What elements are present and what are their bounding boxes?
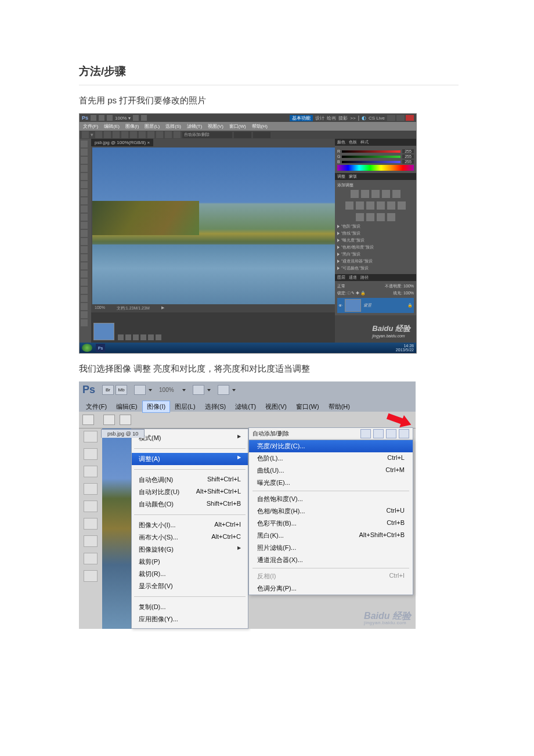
adjust-icon[interactable]	[387, 213, 395, 221]
adjust-icon[interactable]	[356, 213, 364, 221]
brush-tool-icon[interactable]	[84, 553, 98, 564]
tool-icon[interactable]	[360, 429, 371, 438]
menu-item-levels[interactable]: 色阶(L)...Ctrl+L	[249, 452, 413, 465]
menu-layer[interactable]: 图层(L)	[145, 123, 160, 129]
layer-thumb[interactable]	[345, 299, 361, 312]
screen-icon[interactable]	[218, 385, 229, 395]
mini-icon[interactable]	[125, 334, 131, 340]
menu-window[interactable]: 窗口(W)	[229, 123, 246, 129]
crop-tool-icon[interactable]	[81, 173, 88, 180]
mini-icon[interactable]	[118, 334, 124, 340]
menu-layer[interactable]: 图层(L)	[170, 401, 200, 413]
spectrum[interactable]	[337, 165, 414, 171]
eyedrop-tool-icon[interactable]	[81, 181, 88, 188]
max-icon[interactable]	[396, 115, 405, 121]
close-icon[interactable]	[406, 115, 414, 121]
launcher-br[interactable]: Br	[102, 385, 114, 395]
type-tool-icon[interactable]	[81, 262, 88, 269]
heal-tool-icon[interactable]	[81, 189, 88, 196]
stamp-tool-icon[interactable]	[81, 206, 88, 213]
brush-tool-icon[interactable]	[81, 197, 88, 204]
zoom-value[interactable]: 100%	[159, 387, 174, 393]
adjust-icon[interactable]	[366, 201, 374, 210]
zoom-field[interactable]: 100%	[95, 305, 105, 311]
pen-tool-icon[interactable]	[81, 254, 88, 261]
menu-item-duplicate[interactable]: 复制(D)...	[132, 601, 248, 613]
menu-filter[interactable]: 滤镜(T)	[230, 401, 261, 413]
shape-tool-icon[interactable]	[81, 279, 88, 286]
adjust-icon[interactable]	[345, 201, 353, 210]
b-value[interactable]: 255	[402, 160, 414, 164]
menu-window[interactable]: 窗口(W)	[291, 401, 324, 413]
launcher-mb[interactable]: Mb	[116, 385, 127, 395]
adjust-icon[interactable]	[377, 201, 385, 210]
preset-item[interactable]: "曲线"预设	[337, 230, 414, 237]
panel-tab-swatch[interactable]: 色板	[349, 139, 357, 145]
menu-file[interactable]: 文件(F)	[81, 401, 111, 413]
panel-tab-channels[interactable]: 通道	[349, 275, 357, 280]
hand-tool-icon[interactable]	[81, 287, 88, 294]
mini-icon[interactable]	[133, 334, 139, 340]
panel-tab-color[interactable]: 颜色	[337, 139, 345, 145]
menu-item-adjust[interactable]: 调整(A)	[132, 453, 248, 465]
taskbar-ps-icon[interactable]: Ps	[96, 344, 105, 352]
stamp-tool-icon[interactable]	[84, 570, 98, 582]
min-icon[interactable]	[387, 115, 395, 121]
r-value[interactable]: 255	[402, 149, 414, 153]
panel-tab-adjust[interactable]: 调整	[337, 174, 345, 179]
grid-icon[interactable]	[193, 385, 204, 395]
menu-item-canvassize[interactable]: 画布大小(S)...Alt+Ctrl+C	[132, 531, 248, 543]
menu-file[interactable]: 文件(F)	[83, 123, 98, 129]
adjust-icon[interactable]	[371, 190, 380, 198]
layer-name[interactable]: 背景	[363, 303, 371, 308]
menu-item-autocontrast[interactable]: 自动对比度(U)Alt+Shift+Ctrl+L	[132, 486, 248, 498]
brush-icon[interactable]	[120, 415, 131, 425]
fgbg-icon[interactable]	[81, 303, 88, 310]
path-tool-icon[interactable]	[81, 271, 88, 278]
start-icon[interactable]	[82, 344, 92, 352]
blur-tool-icon[interactable]	[81, 238, 88, 245]
menu-item-mode[interactable]: 模式(M)	[132, 432, 248, 444]
adjust-icon[interactable]	[351, 190, 359, 198]
adjust-icon[interactable]	[392, 190, 400, 198]
menu-item-trim[interactable]: 裁切(R)...	[132, 568, 248, 580]
menu-item-bw[interactable]: 黑白(K)...Alt+Shift+Ctrl+B	[249, 530, 413, 542]
menu-item-autotone[interactable]: 自动色调(N)Shift+Ctrl+L	[132, 474, 248, 486]
nav-thumb[interactable]	[93, 323, 114, 340]
preset-item[interactable]: "通道混和器"预设	[337, 258, 414, 265]
g-value[interactable]: 255	[402, 154, 414, 159]
mask-icon[interactable]	[81, 311, 88, 318]
preset-item[interactable]: "可选颜色"预设	[337, 265, 414, 272]
menu-item-vibrance[interactable]: 自然饱和度(V)...	[249, 493, 413, 505]
menu-item-hue[interactable]: 色相/饱和度(H)...Ctrl+U	[249, 505, 413, 517]
adjust-icon[interactable]	[366, 213, 374, 221]
menu-help[interactable]: 帮助(H)	[324, 401, 355, 413]
screen-icon[interactable]	[81, 319, 88, 326]
menu-item-reveal[interactable]: 显示全部(V)	[132, 580, 248, 592]
tool-icon[interactable]	[386, 429, 396, 438]
tool-icon[interactable]	[373, 429, 384, 438]
menu-item-channelmixer[interactable]: 通道混合器(X)...	[249, 554, 413, 566]
heal-tool-icon[interactable]	[84, 535, 98, 547]
menu-help[interactable]: 帮助(H)	[252, 123, 268, 129]
menu-item-posterize[interactable]: 色调分离(P)...	[249, 582, 413, 595]
menu-item-exposure[interactable]: 曝光度(E)...	[249, 477, 413, 489]
dodge-tool-icon[interactable]	[81, 246, 88, 253]
adjust-icon[interactable]	[387, 201, 395, 210]
brush-icon[interactable]	[82, 415, 94, 425]
preset-item[interactable]: "曝光度"预设	[337, 237, 414, 244]
menu-item-colorbalance[interactable]: 色彩平衡(B)...Ctrl+B	[249, 517, 413, 530]
opacity-value[interactable]: 100%	[403, 284, 414, 288]
gradient-tool-icon[interactable]	[81, 230, 88, 237]
menu-image[interactable]: 图像(I)	[142, 401, 170, 413]
lasso-tool-icon[interactable]	[81, 157, 88, 164]
eyedrop-tool-icon[interactable]	[84, 518, 98, 530]
document-tab[interactable]: psb.jpg @ 10	[101, 429, 145, 438]
doc-icon[interactable]	[134, 385, 146, 395]
lasso-tool-icon[interactable]	[84, 466, 98, 477]
menu-item-curves[interactable]: 曲线(U)...Ctrl+M	[249, 465, 413, 477]
menu-item-rotate[interactable]: 图像旋转(G)	[132, 543, 248, 556]
menu-item-crop[interactable]: 裁剪(P)	[132, 556, 248, 568]
document-tab[interactable]: psb.jpg @ 100%(RGB/8) ×	[91, 139, 153, 146]
crop-tool-icon[interactable]	[84, 501, 98, 512]
